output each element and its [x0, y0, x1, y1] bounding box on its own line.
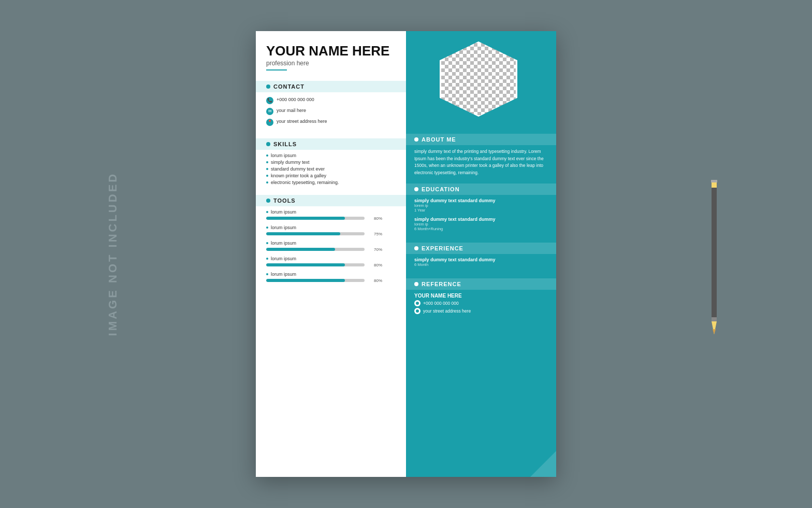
- skill-bullet-5: [266, 181, 268, 184]
- about-section-header: ABOUT ME: [406, 134, 556, 145]
- exp-degree-1: simply dummy text standard dummy: [414, 257, 548, 262]
- edu-entry-1: simply dummy text standard dummy lorem i…: [414, 198, 548, 213]
- hex-photo-container: [440, 41, 523, 119]
- underline-bar: [266, 69, 287, 70]
- skill-label-3: standard dummy text ever: [271, 166, 325, 172]
- ref-phone-item: +000 000 000 000: [414, 300, 548, 306]
- resume-card: YOUR NAME HERE profession here CONTACT 📞…: [256, 31, 556, 477]
- corner-bottom-right: [530, 451, 556, 477]
- ref-address-item: your street address here: [414, 308, 548, 314]
- right-column: ABOUT ME simply dummy text of the printi…: [406, 31, 556, 477]
- skill-item-5: electronic typesetting, remaining.: [266, 180, 396, 185]
- edu-entry-2: simply dummy text standard dummy lorem i…: [414, 217, 548, 231]
- progress-bg-1: [266, 217, 365, 220]
- exp-entry-1: simply dummy text standard dummy 6 Month: [414, 257, 548, 267]
- progress-row-2: 75%: [266, 232, 396, 236]
- ref-phone-text: +000 000 000 000: [423, 301, 459, 306]
- tool-name-4: lorum ipsum: [266, 256, 396, 261]
- phone-icon: 📞: [266, 97, 273, 104]
- skill-label-4: known printer took a galley: [271, 173, 326, 178]
- edu-sub1-2: lorem ip: [414, 222, 548, 227]
- education-section-header: EDUCATION: [406, 184, 556, 195]
- ref-phone-icon: [414, 300, 421, 306]
- skill-item-4: known printer took a galley: [266, 173, 396, 178]
- progress-row-1: 80%: [266, 216, 396, 221]
- progress-label-2: 75%: [367, 232, 382, 236]
- exp-sub-1: 6 Month: [414, 262, 548, 267]
- tools-title: TOOLS: [273, 197, 296, 204]
- reference-dot: [414, 282, 418, 286]
- email-icon: ✉: [266, 108, 273, 115]
- tool-item-4: lorum ipsum 80%: [266, 256, 396, 267]
- tool-item-5: lorum ipsum 80%: [266, 272, 396, 283]
- progress-label-4: 80%: [367, 263, 382, 267]
- address-item: 📍 your street address here: [266, 118, 396, 126]
- contact-title: CONTACT: [273, 83, 304, 90]
- tool-bullet-2: [266, 227, 268, 229]
- education-content: simply dummy text standard dummy lorem i…: [406, 195, 556, 238]
- left-header: YOUR NAME HERE profession here: [256, 31, 406, 76]
- left-column: YOUR NAME HERE profession here CONTACT 📞…: [256, 31, 406, 477]
- tool-name-3: lorum ipsum: [266, 241, 396, 246]
- skill-bullet-1: [266, 154, 268, 157]
- resume-name: YOUR NAME HERE: [266, 44, 396, 59]
- watermark-text: IMAGE NOT INCLUDED: [106, 172, 120, 336]
- edu-sub2-1: 1 Year: [414, 208, 548, 213]
- tool-name-2: lorum ipsum: [266, 225, 396, 230]
- contact-content: 📞 +000 000 000 000 ✉ your mail here 📍 yo…: [256, 92, 406, 133]
- skills-dot: [266, 142, 270, 146]
- address-text: your street address here: [277, 118, 327, 125]
- experience-content: simply dummy text standard dummy 6 Month: [406, 254, 556, 274]
- about-title: ABOUT ME: [422, 136, 456, 143]
- tool-name-5: lorum ipsum: [266, 272, 396, 277]
- reference-section-header: REFERENCE: [406, 278, 556, 290]
- contact-dot: [266, 84, 270, 89]
- skill-label-5: electronic typesetting, remaining.: [271, 180, 339, 185]
- about-text: simply dummy text of the printing and ty…: [414, 148, 548, 176]
- skills-section-header: SKILLS: [256, 138, 406, 150]
- svg-rect-5: [712, 188, 717, 317]
- skill-label-1: lorum ipsum: [271, 153, 296, 158]
- hex-photo: [440, 41, 517, 117]
- tool-item-2: lorum ipsum 75%: [266, 225, 396, 236]
- tool-item-1: lorum ipsum 80%: [266, 209, 396, 221]
- progress-label-1: 80%: [367, 216, 382, 221]
- skill-bullet-3: [266, 168, 268, 170]
- progress-row-5: 80%: [266, 278, 396, 283]
- email-item: ✉ your mail here: [266, 107, 396, 115]
- tools-section-header: TOOLS: [256, 195, 406, 206]
- experience-title: EXPERIENCE: [422, 245, 463, 251]
- experience-dot: [414, 246, 418, 250]
- skills-list: lorum ipsum simply dummy text standard d…: [256, 150, 406, 190]
- tools-dot: [266, 199, 270, 203]
- experience-section-header: EXPERIENCE: [406, 243, 556, 254]
- progress-bg-5: [266, 279, 365, 282]
- email-text: your mail here: [277, 107, 306, 114]
- progress-fill-5: [266, 279, 345, 282]
- education-dot: [414, 187, 418, 191]
- skills-title: SKILLS: [273, 141, 297, 147]
- progress-fill-1: [266, 217, 345, 220]
- about-dot: [414, 137, 418, 142]
- pencil-decoration: [709, 171, 719, 337]
- photo-area: [406, 31, 556, 130]
- progress-bg-3: [266, 248, 365, 251]
- edu-degree-2: simply dummy text standard dummy: [414, 217, 548, 222]
- reference-content: YOUR NAME HERE +000 000 000 000 your str…: [406, 290, 556, 319]
- skill-item-1: lorum ipsum: [266, 153, 396, 158]
- tool-bullet-3: [266, 242, 268, 244]
- progress-row-3: 70%: [266, 247, 396, 252]
- progress-label-5: 80%: [367, 278, 382, 283]
- edu-sub2-2: 6 Month+Runing: [414, 227, 548, 231]
- progress-row-4: 80%: [266, 263, 396, 267]
- resume-profession: profession here: [266, 60, 396, 67]
- address-icon: 📍: [266, 119, 273, 126]
- tool-name-1: lorum ipsum: [266, 209, 396, 215]
- progress-fill-2: [266, 232, 340, 235]
- contact-section-header: CONTACT: [256, 81, 406, 92]
- svg-marker-2: [713, 329, 716, 334]
- tool-bullet-5: [266, 273, 268, 275]
- svg-rect-6: [711, 180, 717, 182]
- tools-list: lorum ipsum 80% lorum ipsum 75% lorum ip…: [256, 206, 406, 290]
- progress-bg-4: [266, 263, 365, 266]
